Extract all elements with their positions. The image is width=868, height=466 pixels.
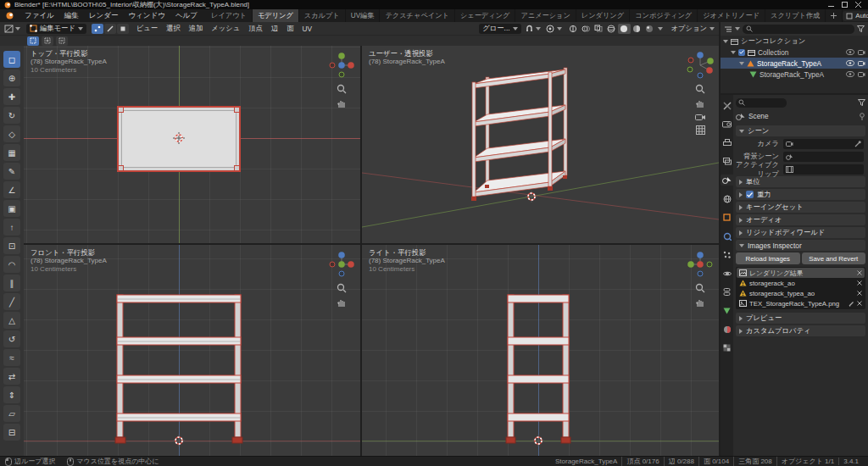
select-mode-extend-button[interactable]	[42, 36, 53, 46]
tool-rotate[interactable]: ↻	[3, 107, 20, 124]
panel-preview[interactable]: プレビュー	[736, 313, 865, 324]
tool-edge-slide[interactable]: ⇄	[3, 368, 20, 385]
tab-scripting[interactable]: スクリプト作成	[765, 9, 826, 22]
pin-icon[interactable]	[859, 113, 865, 120]
collection-checkbox[interactable]	[738, 49, 745, 56]
zoom-icon[interactable]	[337, 283, 347, 293]
tool-loop-cut[interactable]: ∥	[3, 275, 20, 291]
edge-select-button[interactable]	[104, 24, 116, 34]
camera-view-icon[interactable]	[695, 113, 705, 121]
menu-edit[interactable]: 編集	[59, 9, 84, 22]
tool-measure[interactable]: ∠	[3, 181, 20, 198]
maximize-button[interactable]	[842, 2, 848, 8]
tab-texture[interactable]	[721, 342, 733, 353]
menu-select[interactable]: 選択	[162, 22, 185, 35]
nav-gizmo[interactable]	[686, 250, 715, 279]
properties-search-input[interactable]	[736, 98, 787, 108]
nav-gizmo[interactable]	[327, 51, 356, 80]
panel-images-inspector[interactable]: Images Inspector	[736, 240, 865, 251]
tool-inset-faces[interactable]: ⊡	[3, 237, 20, 254]
menu-window[interactable]: ウィンドウ	[123, 9, 170, 22]
blender-menu-button[interactable]	[0, 9, 19, 22]
shading-rendered-button[interactable]	[643, 24, 656, 34]
menu-mesh[interactable]: メッシュ	[207, 22, 244, 35]
viewport-top-ortho[interactable]: トップ・平行投影 (78) StorageRack_TypeA 10 Centi…	[24, 46, 360, 243]
background-scene-field[interactable]	[783, 152, 864, 162]
outliner-row-object[interactable]: StorageRack_TypeA	[721, 58, 868, 69]
tool-rip-region[interactable]: ⊟	[3, 424, 20, 441]
menu-view[interactable]: ビュー	[132, 22, 162, 35]
camera-field[interactable]	[783, 139, 864, 149]
tool-shrink-flatten[interactable]: ⇕	[3, 386, 20, 403]
menu-uv[interactable]: UV	[298, 22, 317, 35]
outliner-search-input[interactable]	[743, 25, 854, 34]
editor-type-button[interactable]	[0, 22, 25, 35]
tab-modeling[interactable]: モデリング	[253, 9, 299, 22]
select-mode-subtract-button[interactable]	[56, 36, 68, 46]
tab-animation[interactable]: アニメーション	[515, 9, 576, 22]
image-list-item[interactable]: レンダリング結果	[737, 268, 865, 278]
edit-icon[interactable]	[849, 301, 854, 307]
pan-hand-icon[interactable]	[695, 98, 705, 108]
mode-selector[interactable]: 編集モード	[26, 24, 86, 34]
options-menu[interactable]: オプション	[667, 22, 719, 35]
outliner-row-collection[interactable]: Collection	[721, 47, 868, 58]
image-list-item[interactable]: storagerack_ao	[737, 278, 865, 288]
tool-scale[interactable]: ◇	[3, 125, 20, 142]
vertex-select-button[interactable]	[92, 24, 103, 34]
shading-solid-button[interactable]	[618, 24, 631, 34]
tool-add-cube[interactable]: ▣	[3, 200, 20, 217]
outliner-row-scene-collection[interactable]: シーンコレクション	[721, 36, 868, 47]
viewport-right-ortho[interactable]: ライト・平行投影 (78) StorageRack_TypeA 10 Centi…	[362, 245, 719, 456]
tab-constraints[interactable]	[721, 286, 733, 297]
select-mode-set-button[interactable]	[27, 36, 39, 46]
face-select-button[interactable]	[117, 24, 129, 34]
nav-gizmo[interactable]	[686, 51, 715, 80]
show-gizmo-toggle[interactable]	[567, 24, 580, 34]
zoom-icon[interactable]	[695, 84, 705, 94]
pan-hand-icon[interactable]	[337, 98, 347, 108]
proportional-edit-toggle[interactable]	[544, 24, 557, 34]
hide-eye-icon[interactable]	[846, 60, 854, 66]
panel-rigid-body-world[interactable]: リジッドボディワールド	[736, 227, 865, 238]
transform-orientation-selector[interactable]: グロー...	[479, 24, 520, 34]
menu-vertex[interactable]: 頂点	[244, 22, 267, 35]
tool-poly-build[interactable]: △	[3, 312, 20, 329]
render-camera-icon[interactable]	[858, 60, 865, 66]
editor-type-caret[interactable]	[735, 27, 740, 31]
panel-units[interactable]: 単位	[736, 176, 865, 187]
gravity-checkbox[interactable]	[746, 191, 754, 198]
tab-render[interactable]	[721, 119, 733, 130]
storage-rack-side-view[interactable]	[504, 293, 576, 446]
menu-render[interactable]: レンダー	[84, 9, 124, 22]
xray-toggle[interactable]	[593, 24, 605, 34]
tab-output[interactable]	[721, 137, 733, 148]
tab-object-data[interactable]	[721, 305, 733, 316]
remove-icon[interactable]	[857, 291, 862, 296]
active-clip-field[interactable]	[783, 164, 864, 175]
tool-spin[interactable]: ↺	[3, 330, 20, 347]
zoom-icon[interactable]	[337, 84, 347, 94]
eyedropper-icon[interactable]	[854, 141, 861, 147]
tab-particles[interactable]	[721, 249, 733, 260]
tool-annotate[interactable]: ✎	[3, 163, 20, 180]
image-list-item[interactable]: TEX_StorageRack_TypeA.png	[737, 298, 865, 308]
panel-audio[interactable]: オーディオ	[736, 214, 865, 225]
outliner-editor-icon[interactable]	[724, 25, 732, 33]
save-and-revert-button[interactable]: Save and Revert	[802, 252, 866, 264]
viewport-front-ortho[interactable]: フロント・平行投影 (78) StorageRack_TypeA 10 Cent…	[24, 245, 360, 456]
tab-layout[interactable]: レイアウト	[206, 9, 253, 22]
proportional-falloff-caret[interactable]	[557, 27, 562, 31]
tool-bevel[interactable]: ◠	[3, 256, 20, 273]
storage-rack-model[interactable]	[464, 63, 582, 207]
tab-geometry-nodes[interactable]: ジオメトリノード	[698, 9, 765, 22]
remove-icon[interactable]	[857, 270, 862, 275]
tab-shading[interactable]: シェーディング	[455, 9, 515, 22]
minimize-button[interactable]	[828, 2, 834, 8]
tab-material[interactable]	[721, 324, 733, 335]
remove-icon[interactable]	[857, 280, 862, 286]
menu-add[interactable]: 追加	[185, 22, 208, 35]
nav-gizmo[interactable]	[327, 250, 356, 279]
tool-smooth[interactable]: ≈	[3, 349, 20, 366]
tab-world[interactable]	[721, 193, 733, 204]
